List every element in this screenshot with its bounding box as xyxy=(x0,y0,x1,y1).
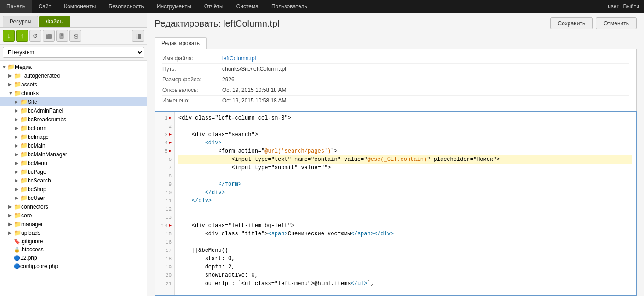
btn-copy[interactable]: ⎘ xyxy=(69,30,81,42)
tree-item[interactable]: ▶ 📁 assets xyxy=(0,80,147,89)
btn-upload[interactable]: ↑ xyxy=(16,30,28,42)
tree-item[interactable]: ▶ 📁 core xyxy=(0,211,147,220)
nav-user-menu[interactable]: Пользователь xyxy=(265,0,314,13)
tree-item[interactable]: 🔒 .htaccess xyxy=(0,245,147,254)
info-row-filename: Имя файла: leftColumn.tpl xyxy=(162,53,629,64)
tree-item[interactable]: ▶ 📁 connectors xyxy=(0,202,147,211)
tab-files[interactable]: Файлы xyxy=(39,16,70,27)
content-header: Редактировать: leftColumn.tpl Сохранить … xyxy=(147,13,644,34)
opened-label: Открывалось: xyxy=(162,87,222,93)
code-line[interactable]: </div> xyxy=(178,197,632,205)
code-line[interactable]: <div class="left-column col-sm-3"> xyxy=(178,114,632,122)
nav-site[interactable]: Сайт xyxy=(32,0,58,13)
btn-refresh[interactable]: ↺ xyxy=(29,30,41,42)
nav-panel[interactable]: Панель xyxy=(0,0,32,13)
tree-item-label: bcPage xyxy=(28,169,46,175)
code-line[interactable]: <div> xyxy=(178,139,632,147)
btn-layout[interactable]: ▦ xyxy=(132,30,144,42)
cancel-button[interactable]: Отменить xyxy=(596,17,637,29)
save-button[interactable]: Сохранить xyxy=(550,17,593,29)
tree-item[interactable]: ▼ 📁 chunks xyxy=(0,89,147,97)
code-line[interactable]: start: 0, xyxy=(178,255,632,263)
tree-item[interactable]: ▶ 📁 bcMain xyxy=(0,141,147,150)
code-content[interactable]: <div class="left-column col-sm-3"> <div … xyxy=(175,112,636,295)
code-line[interactable] xyxy=(178,205,632,213)
nav-security[interactable]: Безопасность xyxy=(102,0,150,13)
sidebar-toolbar: ↓ ↑ ↺ ⎘ ▦ xyxy=(0,28,147,45)
nav-tools[interactable]: Инструменты xyxy=(150,0,198,13)
btn-new-folder[interactable] xyxy=(43,30,55,42)
tree-item-label: uploads xyxy=(21,230,40,236)
code-line[interactable]: <div class="title"><span>Сценические кос… xyxy=(178,230,632,238)
sidebar: Ресурсы Файлы ↓ ↑ ↺ ⎘ ▦ Filesystem ▼ 📁 М… xyxy=(0,13,147,296)
code-editor[interactable]: 1▶23▶4▶5▶67891011121314▶15161718192021 <… xyxy=(155,112,636,295)
tree-item-label: bcUser xyxy=(28,195,45,201)
svg-rect-0 xyxy=(46,34,52,39)
code-line[interactable]: </form> xyxy=(178,180,632,188)
size-value: 2926 xyxy=(222,76,235,83)
tree-item[interactable]: ▶ 📁 uploads xyxy=(0,228,147,237)
code-line[interactable] xyxy=(178,238,632,246)
code-line[interactable]: <input type="submit" value=""> xyxy=(178,164,632,172)
tree-item-label: bcAdminPanel xyxy=(28,108,63,114)
tree-item[interactable]: ▶ 📁 bcImage xyxy=(0,132,147,141)
code-line[interactable] xyxy=(178,122,632,131)
line-number: 16 xyxy=(158,238,172,246)
svg-rect-1 xyxy=(46,34,48,35)
tab-resources[interactable]: Ресурсы xyxy=(3,16,38,27)
code-line[interactable]: </div> xyxy=(178,188,632,197)
header-buttons: Сохранить Отменить xyxy=(550,17,637,29)
tree-item[interactable]: ▶ 📁 bcShop xyxy=(0,185,147,194)
code-line[interactable]: showInactive: 0, xyxy=(178,271,632,279)
opened-value: Oct 19, 2015 10:58:18 AM xyxy=(222,87,286,93)
tab-edit[interactable]: Редактировать xyxy=(155,37,207,49)
tree-item[interactable]: ▶ 📁 bcUser xyxy=(0,194,147,202)
line-number: 3▶ xyxy=(158,131,172,139)
code-line[interactable] xyxy=(178,213,632,222)
tree-item-label: manager xyxy=(21,221,43,228)
code-line[interactable] xyxy=(178,172,632,180)
tree-arrow: ▶ xyxy=(15,117,20,122)
tree-item[interactable]: ▶ 📁 bcAdminPanel xyxy=(0,106,147,115)
code-line[interactable]: [[&bcMenu({ xyxy=(178,246,632,255)
folder-icon: 📁 xyxy=(20,142,28,149)
folder-icon: 📁 xyxy=(20,186,28,193)
nav-system[interactable]: Система xyxy=(230,0,265,13)
tree-item[interactable]: ▶ 📁 bcBreadcrumbs xyxy=(0,115,147,124)
filename-value[interactable]: leftColumn.tpl xyxy=(222,55,256,62)
btn-download[interactable]: ↓ xyxy=(3,30,15,42)
tree-item[interactable]: ▶ 📁 bcForm xyxy=(0,124,147,132)
btn-new-file[interactable] xyxy=(56,30,68,42)
tree-item[interactable]: ▶ 📁 _autogenerated xyxy=(0,71,147,80)
code-line[interactable]: <div class="left-item bg-left"> xyxy=(178,222,632,230)
tree-item[interactable]: ▼ 📁 Медиа xyxy=(0,63,147,71)
tree-item-label: bcForm xyxy=(28,125,46,131)
file-tree[interactable]: ▼ 📁 Медиа▶ 📁 _autogenerated▶ 📁 assets▼ 📁… xyxy=(0,61,147,296)
line-number: 14▶ xyxy=(158,222,172,230)
nav-reports[interactable]: Отчёты xyxy=(198,0,230,13)
code-line[interactable]: outerTpl: `<ul class="left-menu">@html.i… xyxy=(178,279,632,288)
code-line[interactable]: <input type="text" name="contain" value=… xyxy=(178,155,632,164)
code-line[interactable]: <form action="@url('search/pages')"> xyxy=(178,147,632,155)
info-row-opened: Открывалось: Oct 19, 2015 10:58:18 AM xyxy=(162,85,629,96)
tree-item[interactable]: 🔖 .gitignore xyxy=(0,237,147,245)
tree-item[interactable]: ▶ 📁 bcMenu xyxy=(0,159,147,167)
nav-components[interactable]: Компоненты xyxy=(58,0,102,13)
tree-item-label: core xyxy=(21,212,32,219)
tree-item[interactable]: ▶ 📁 bcSearch xyxy=(0,176,147,185)
nav-logout[interactable]: Выйти xyxy=(623,3,639,10)
tree-item-label: bcBreadcrumbs xyxy=(28,116,66,123)
tree-item[interactable]: ▶ 📁 Site xyxy=(0,97,147,106)
filesystem-select[interactable]: Filesystem xyxy=(3,47,144,58)
tree-item[interactable]: ▶ 📁 manager xyxy=(0,220,147,228)
tree-arrow: ▶ xyxy=(15,160,20,165)
modified-value: Oct 19, 2015 10:58:18 AM xyxy=(222,97,286,104)
tree-item[interactable]: 🔵 config.core.php xyxy=(0,262,147,270)
tree-item-label: assets xyxy=(21,81,37,88)
code-line[interactable]: <div class="search"> xyxy=(178,131,632,139)
page-title: Редактировать: leftColumn.tpl xyxy=(155,18,280,29)
tree-item[interactable]: ▶ 📁 bcMainManager xyxy=(0,150,147,159)
code-line[interactable]: depth: 2, xyxy=(178,263,632,271)
tree-item[interactable]: ▶ 📁 bcPage xyxy=(0,167,147,176)
tree-item[interactable]: 🔵 12.php xyxy=(0,254,147,262)
